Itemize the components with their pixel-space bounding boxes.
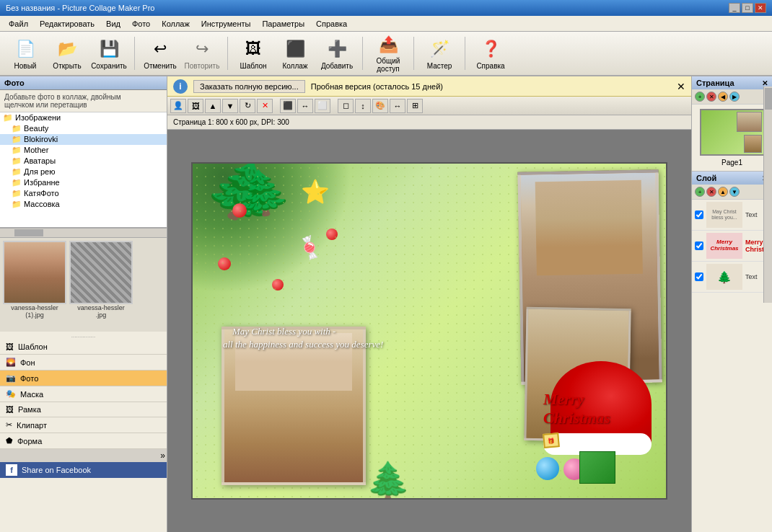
layer-item-merry[interactable]: MerryChristmas MerryChristmas [692, 231, 772, 262]
layer-ctrl-green[interactable]: + [695, 187, 705, 197]
right-scroll-thumb[interactable] [765, 88, 772, 110]
photo-label-2: vanessa-hessler.jpg [77, 304, 125, 319]
tree-item-dlya[interactable]: 📁 Для рею [0, 167, 167, 177]
tree-item-massovka[interactable]: 📁 Массовка [0, 199, 167, 210]
tab-fon[interactable]: 🌄 Фон [0, 355, 167, 371]
tab-shablon[interactable]: 🖼 Шаблон [0, 340, 167, 355]
menu-help[interactable]: Справка [310, 18, 353, 30]
tree-item-images[interactable]: 📁 Изображени [0, 112, 167, 123]
page-label: Page1 [721, 159, 742, 167]
canvas-tool-rotate[interactable]: ↻ [240, 99, 255, 113]
page-section-close[interactable]: ✕ [762, 79, 768, 87]
menu-photo[interactable]: Фото [126, 18, 156, 30]
open-button[interactable]: 📂 Открыть [48, 34, 87, 73]
right-panel: Страница ✕ + ✕ ◀ ▶ Page1 Слой ✕ [691, 76, 772, 532]
order-full-version-button[interactable]: Заказать полную версию... [193, 80, 305, 93]
menu-edit[interactable]: Редактировать [34, 18, 100, 30]
template-button[interactable]: 🖼 Шаблон [234, 34, 273, 73]
maximize-button[interactable]: □ [742, 3, 753, 13]
window-controls[interactable]: _ □ ✕ [729, 3, 766, 13]
save-icon: 💾 [97, 37, 120, 61]
share-button[interactable]: 📤 Общий доступ [369, 34, 408, 73]
clipart-icon: ✂ [6, 420, 12, 430]
tab-clipart[interactable]: ✂ Клипарт [0, 417, 167, 433]
photo-thumb-1[interactable] [3, 241, 66, 304]
tab-maska[interactable]: 🎭 Маска [0, 386, 167, 402]
fon-icon: 🌄 [6, 358, 16, 367]
page-ctrl-green[interactable]: + [695, 92, 705, 102]
wizard-button[interactable]: 🪄 Мастер [420, 34, 459, 73]
canvas-tool-resize[interactable]: ↔ [390, 99, 405, 113]
layer-ctrl-up[interactable]: ▲ [718, 187, 728, 197]
tree-item-katya[interactable]: 📁 КатяФото [0, 188, 167, 199]
canvas-tool-person[interactable]: 👤 [170, 99, 186, 113]
canvas-tool-grid[interactable]: ⊞ [407, 99, 423, 113]
canvas-tool-up[interactable]: ▲ [205, 99, 221, 113]
page-ctrl-left[interactable]: ◀ [718, 92, 728, 102]
tree-hscroll[interactable] [0, 228, 167, 238]
menu-view[interactable]: Вид [100, 18, 126, 30]
page-thumbnail[interactable] [700, 109, 765, 156]
layer-item-text-1[interactable]: May Christ bless you... Text [692, 200, 772, 231]
layer-ctrl-down[interactable]: ▼ [729, 187, 740, 197]
help-button[interactable]: ❓ Справка [471, 34, 510, 73]
main-layout: Фото Добавьте фото в коллаж, двойнымщелч… [0, 76, 772, 532]
trial-close-button[interactable]: ✕ [677, 81, 685, 92]
expand-control: » [0, 449, 167, 462]
minimize-button[interactable]: _ [729, 3, 740, 13]
add-icon: ➕ [325, 37, 348, 61]
page-ctrl-red[interactable]: ✕ [706, 92, 716, 102]
canvas-tool-flip-v[interactable]: ↕ [355, 99, 371, 113]
canvas-tool-image[interactable]: 🖼 [188, 99, 203, 113]
page-ctrl-right[interactable]: ▶ [729, 92, 740, 102]
blessing-text-2: all the happiness and success you deserv… [223, 339, 383, 350]
photo-item-1[interactable]: vanessa-hessler(1).jpg [3, 241, 66, 319]
tree-item-mother[interactable]: 📁 Mother [0, 145, 167, 156]
file-tree[interactable]: 📁 Изображени 📁 Beauty 📁 Blokirovki 📁 Mot… [0, 112, 167, 228]
tab-forma[interactable]: ⬟ Форма [0, 433, 167, 449]
tree-item-beauty[interactable]: 📁 Beauty [0, 123, 167, 134]
collage-button[interactable]: ⬛ Коллаж [276, 34, 315, 73]
layer-ctrl-red[interactable]: ✕ [706, 187, 716, 197]
canvas-tool-border[interactable]: ⬜ [315, 99, 330, 113]
bottom-tabs: 🖼 Шаблон 🌄 Фон 📷 Фото 🎭 Маска 🖼 Рамка ✂ [0, 340, 167, 449]
canvas-tool-down[interactable]: ▼ [222, 99, 238, 113]
canvas-viewport[interactable]: 🌲 🌲 ⭐ 🍬 [167, 130, 691, 532]
photo-frame-large[interactable] [221, 327, 366, 485]
scroll-thumb[interactable] [14, 229, 43, 236]
expand-right-icon[interactable]: » [160, 451, 165, 461]
tree-item-izbran[interactable]: 📁 Избранне [0, 177, 167, 188]
menu-params[interactable]: Параметры [256, 18, 310, 30]
layer-checkbox-3[interactable] [695, 272, 703, 281]
photo-item-2[interactable]: vanessa-hessler.jpg [69, 241, 133, 319]
left-panel: Фото Добавьте фото в коллаж, двойнымщелч… [0, 76, 167, 532]
layer-item-text-2[interactable]: 🌲 Text [692, 262, 772, 293]
canvas-tool-flip-h[interactable]: ↔ [297, 99, 313, 113]
undo-button[interactable]: ↩ Отменить [141, 34, 180, 73]
layer-checkbox-1[interactable] [695, 210, 703, 219]
close-button[interactable]: ✕ [755, 3, 766, 13]
save-button[interactable]: 💾 Сохранить [89, 34, 128, 73]
photo-thumb-2[interactable] [69, 241, 133, 304]
layer-checkbox-2[interactable] [695, 241, 703, 250]
menu-tools[interactable]: Инструменты [196, 18, 257, 30]
canvas-tool-delete[interactable]: ✕ [257, 99, 273, 113]
tree-item-avatars[interactable]: 📁 Аватары [0, 156, 167, 167]
menu-file[interactable]: Файл [3, 18, 34, 30]
tab-foto[interactable]: 📷 Фото [0, 371, 167, 386]
tab-ramka[interactable]: 🖼 Рамка [0, 402, 167, 417]
template-icon: 🖼 [242, 37, 265, 61]
canvas-tool-align[interactable]: ⬛ [280, 99, 296, 113]
menu-bar: Файл Редактировать Вид Фото Коллаж Инстр… [0, 16, 772, 32]
canvas-tool-color[interactable]: 🎨 [372, 99, 388, 113]
facebook-bar[interactable]: f Share on Facebook [0, 462, 167, 478]
redo-button[interactable]: ↪ Повторить [183, 34, 221, 73]
menu-collage[interactable]: Коллаж [156, 18, 196, 30]
new-button[interactable]: 📄 Новый [6, 34, 45, 73]
canvas-status-bar: Страница 1: 800 х 600 рх, DPI: 300 [167, 115, 691, 130]
layers-list: May Christ bless you... Text MerryChrist… [692, 200, 772, 532]
canvas-tool-shadow[interactable]: ◻ [338, 99, 354, 113]
right-scrollbar[interactable] [763, 87, 772, 303]
tree-item-blokirovki[interactable]: 📁 Blokirovki [0, 134, 167, 145]
add-button[interactable]: ➕ Добавить [317, 34, 356, 73]
